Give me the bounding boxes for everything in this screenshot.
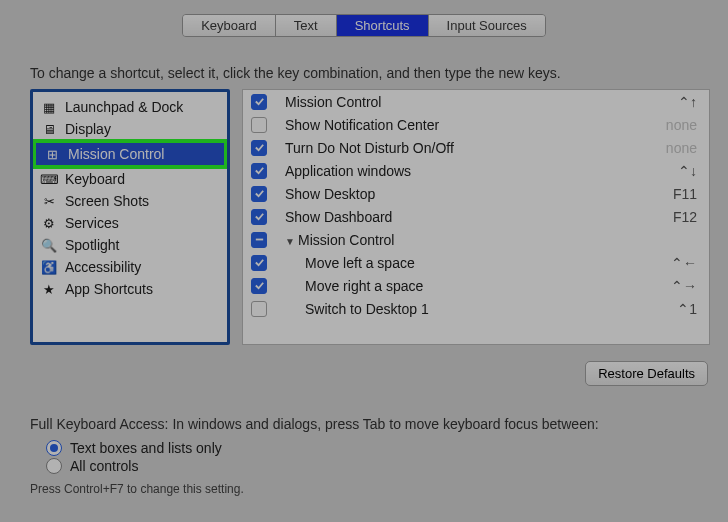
mission-control-icon: ⊞ bbox=[44, 146, 60, 162]
tab-input-sources[interactable]: Input Sources bbox=[429, 15, 545, 36]
shortcut-label: Mission Control bbox=[285, 94, 678, 110]
keyboard-preferences-window: KeyboardTextShortcutsInput Sources To ch… bbox=[0, 0, 728, 522]
fka-option[interactable]: Text boxes and lists only bbox=[46, 440, 728, 456]
shortcut-key[interactable]: F11 bbox=[673, 186, 697, 202]
sidebar-item-label: Accessibility bbox=[65, 259, 141, 275]
sidebar-item-label: App Shortcuts bbox=[65, 281, 153, 297]
sidebar-item-label: Mission Control bbox=[68, 146, 164, 162]
shortcut-checkbox[interactable] bbox=[251, 94, 267, 110]
sidebar-item-spotlight[interactable]: 🔍Spotlight bbox=[33, 234, 227, 256]
shortcuts-list[interactable]: Mission Control⌃↑Show Notification Cente… bbox=[242, 89, 710, 345]
sidebar-item-label: Spotlight bbox=[65, 237, 119, 253]
spotlight-icon: 🔍 bbox=[41, 237, 57, 253]
radio-button[interactable] bbox=[46, 458, 62, 474]
shortcut-row[interactable]: Show DashboardF12 bbox=[243, 205, 709, 228]
sidebar-item-launchpad[interactable]: ▦Launchpad & Dock bbox=[33, 96, 227, 118]
shortcut-key[interactable]: F12 bbox=[673, 209, 697, 225]
shortcut-checkbox[interactable] bbox=[251, 140, 267, 156]
shortcut-checkbox[interactable] bbox=[251, 255, 267, 271]
tab-bar: KeyboardTextShortcutsInput Sources bbox=[0, 14, 728, 37]
shortcut-row[interactable]: ▼Mission Control bbox=[243, 228, 709, 251]
shortcut-row[interactable]: Turn Do Not Disturb On/Offnone bbox=[243, 136, 709, 159]
shortcut-label: Turn Do Not Disturb On/Off bbox=[285, 140, 666, 156]
disclosure-triangle-icon[interactable]: ▼ bbox=[285, 236, 295, 247]
fka-option-label: All controls bbox=[70, 458, 138, 474]
sidebar-item-services[interactable]: ⚙Services bbox=[33, 212, 227, 234]
fka-footnote: Press Control+F7 to change this setting. bbox=[30, 482, 728, 496]
shortcut-label: Application windows bbox=[285, 163, 678, 179]
shortcut-checkbox[interactable] bbox=[251, 301, 267, 317]
shortcut-checkbox[interactable] bbox=[251, 117, 267, 133]
shortcut-checkbox[interactable] bbox=[251, 163, 267, 179]
shortcut-row[interactable]: Switch to Desktop 1⌃1 bbox=[243, 297, 709, 320]
shortcut-label: Move left a space bbox=[285, 255, 671, 271]
shortcut-row[interactable]: Application windows⌃↓ bbox=[243, 159, 709, 182]
shortcut-label: ▼Mission Control bbox=[285, 232, 697, 248]
sidebar-item-label: Keyboard bbox=[65, 171, 125, 187]
services-icon: ⚙ bbox=[41, 215, 57, 231]
tab-shortcuts[interactable]: Shortcuts bbox=[337, 15, 429, 36]
shortcut-checkbox[interactable] bbox=[251, 232, 267, 248]
fka-title: Full Keyboard Access: In windows and dia… bbox=[30, 416, 728, 432]
sidebar-item-label: Services bbox=[65, 215, 119, 231]
keyboard-icon: ⌨ bbox=[41, 171, 57, 187]
fka-option-label: Text boxes and lists only bbox=[70, 440, 222, 456]
shortcut-key[interactable]: none bbox=[666, 117, 697, 133]
shortcut-row[interactable]: Move left a space⌃← bbox=[243, 251, 709, 274]
shortcut-key[interactable]: ⌃↓ bbox=[678, 163, 697, 179]
sidebar-item-display[interactable]: 🖥Display bbox=[33, 118, 227, 140]
category-sidebar[interactable]: ▦Launchpad & Dock🖥Display⊞Mission Contro… bbox=[30, 89, 230, 345]
shortcut-label: Show Dashboard bbox=[285, 209, 673, 225]
shortcut-row[interactable]: Show DesktopF11 bbox=[243, 182, 709, 205]
shortcut-key[interactable]: ⌃↑ bbox=[678, 94, 697, 110]
shortcut-row[interactable]: Show Notification Centernone bbox=[243, 113, 709, 136]
tab-text[interactable]: Text bbox=[276, 15, 337, 36]
shortcut-checkbox[interactable] bbox=[251, 278, 267, 294]
accessibility-icon: ♿ bbox=[41, 259, 57, 275]
screenshots-icon: ✂ bbox=[41, 193, 57, 209]
tab-keyboard[interactable]: Keyboard bbox=[183, 15, 276, 36]
shortcut-row[interactable]: Mission Control⌃↑ bbox=[243, 90, 709, 113]
shortcut-label: Switch to Desktop 1 bbox=[285, 301, 677, 317]
app-shortcuts-icon: ★ bbox=[41, 281, 57, 297]
sidebar-item-label: Display bbox=[65, 121, 111, 137]
shortcut-label: Show Notification Center bbox=[285, 117, 666, 133]
radio-button[interactable] bbox=[46, 440, 62, 456]
sidebar-item-accessibility[interactable]: ♿Accessibility bbox=[33, 256, 227, 278]
shortcut-key[interactable]: none bbox=[666, 140, 697, 156]
shortcut-key[interactable]: ⌃1 bbox=[677, 301, 697, 317]
restore-defaults-button[interactable]: Restore Defaults bbox=[585, 361, 708, 386]
shortcut-label: Move right a space bbox=[285, 278, 671, 294]
sidebar-item-mission-control[interactable]: ⊞Mission Control bbox=[36, 143, 224, 165]
shortcut-key[interactable]: ⌃→ bbox=[671, 278, 697, 294]
shortcut-row[interactable]: Move right a space⌃→ bbox=[243, 274, 709, 297]
sidebar-item-label: Screen Shots bbox=[65, 193, 149, 209]
shortcut-checkbox[interactable] bbox=[251, 209, 267, 225]
launchpad-icon: ▦ bbox=[41, 99, 57, 115]
display-icon: 🖥 bbox=[41, 121, 57, 137]
shortcut-key[interactable]: ⌃← bbox=[671, 255, 697, 271]
highlight-frame: ⊞Mission Control bbox=[32, 139, 228, 169]
shortcut-checkbox[interactable] bbox=[251, 186, 267, 202]
sidebar-item-app-shortcuts[interactable]: ★App Shortcuts bbox=[33, 278, 227, 300]
fka-option[interactable]: All controls bbox=[46, 458, 728, 474]
sidebar-item-screenshots[interactable]: ✂Screen Shots bbox=[33, 190, 227, 212]
sidebar-item-label: Launchpad & Dock bbox=[65, 99, 183, 115]
sidebar-item-keyboard[interactable]: ⌨Keyboard bbox=[33, 168, 227, 190]
shortcut-label: Show Desktop bbox=[285, 186, 673, 202]
instruction-text: To change a shortcut, select it, click t… bbox=[30, 65, 728, 81]
